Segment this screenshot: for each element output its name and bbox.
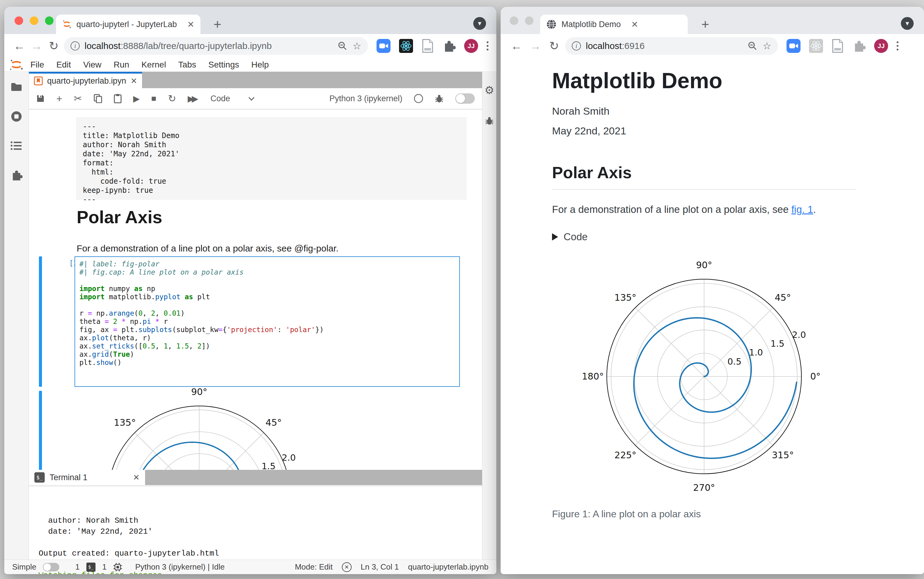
cursor-position-indicator[interactable]: Ln 3, Col 1 [361,562,399,572]
terminal-output[interactable]: author: Norah Smith date: 'May 22nd, 202… [29,485,482,559]
window-controls[interactable] [15,16,54,25]
browser-menu-icon[interactable] [487,41,489,51]
reload-button[interactable]: ↻ [546,39,562,52]
debugger-sidebar-bug-icon[interactable] [485,116,494,125]
extensions-puzzle-icon[interactable] [442,39,456,52]
statusbar-filename: quarto-jupyterlab.ipynb [408,562,489,572]
kernel-count-icon[interactable] [113,563,122,572]
tab-search-button[interactable]: ▾ [473,17,486,30]
close-tab-icon[interactable]: ✕ [187,20,195,29]
file-browser-icon[interactable] [11,82,22,92]
zoom-out-icon[interactable] [337,41,348,51]
close-terminal-tab-icon[interactable]: ✕ [133,473,140,482]
menu-run[interactable]: Run [108,60,135,70]
trust-indicator-icon[interactable]: ✕ [342,562,352,572]
output-collapser[interactable] [39,391,42,470]
figure-crossref-link[interactable]: fig. 1 [792,204,813,215]
forward-button[interactable]: → [527,39,543,52]
kernel-count: 1 [102,562,106,572]
menu-kernel[interactable]: Kernel [135,60,172,70]
menu-view[interactable]: View [77,60,107,70]
close-notebook-tab-icon[interactable]: ✕ [131,76,137,86]
cell-type-dropdown[interactable]: Code [211,94,253,103]
running-sessions-icon[interactable] [11,111,22,122]
code-fold-disclosure[interactable]: Code [552,231,924,243]
cut-cells-icon[interactable]: ✂ [74,93,82,104]
document-extension-icon[interactable] [832,39,844,53]
extensions-puzzle-icon[interactable] [852,39,865,52]
property-inspector-gear-icon[interactable]: ⚙ [484,84,494,97]
zoom-window-button[interactable] [45,16,54,25]
bookmark-star-icon[interactable]: ☆ [762,40,771,52]
table-of-contents-icon[interactable] [11,141,22,150]
react-devtools-icon[interactable] [809,39,823,53]
restart-kernel-icon[interactable]: ↻ [168,93,176,104]
react-devtools-icon[interactable] [399,39,413,53]
debugger-bug-icon[interactable] [435,94,444,103]
svg-text:45°: 45° [265,417,281,428]
copy-cells-icon[interactable] [94,94,102,103]
run-cell-icon[interactable]: ▶ [133,94,140,104]
notebook-mode-indicator[interactable]: Mode: Edit [295,562,332,572]
close-window-button[interactable] [15,16,23,25]
new-tab-button[interactable]: + [702,15,709,33]
simple-mode-toggle[interactable] [43,563,59,571]
minimize-window-button[interactable] [525,16,533,25]
menu-file[interactable]: File [25,60,50,70]
new-tab-button[interactable]: + [214,15,221,33]
address-bar[interactable]: i localhost:8888/lab/tree/quarto-jupyter… [64,37,368,55]
bookmark-star-icon[interactable]: ☆ [353,40,361,52]
zoom-app-icon[interactable] [376,39,391,53]
jupyter-logo [8,59,25,71]
document-extension-icon[interactable] [422,39,434,53]
profile-avatar[interactable]: JJ [464,39,478,53]
paste-cells-icon[interactable] [114,94,122,103]
jupyterlab-browser-window: quarto-jupyterl - JupyterLab ✕ + ▾ ← → ↻… [4,7,496,574]
browser-tab[interactable]: quarto-jupyterl - JupyterLab ✕ [56,15,200,34]
left-tabstrip: quarto-jupyterl - JupyterLab ✕ + ▾ [4,7,496,34]
stop-kernel-icon[interactable]: ■ [151,94,156,103]
kernel-status-text[interactable]: Python 3 (ipykernel) | Idle [135,562,224,572]
reload-button[interactable]: ↻ [47,39,61,52]
minimize-window-button[interactable] [30,16,38,25]
browser-tab[interactable]: Matplotlib Demo ✕ [540,15,688,34]
zoom-out-icon[interactable] [747,41,758,51]
cell-collapser[interactable] [39,256,42,387]
menu-edit[interactable]: Edit [50,60,77,70]
tab-search-button[interactable]: ▾ [901,17,914,30]
profile-avatar[interactable]: JJ [874,39,888,53]
notebook-content[interactable]: ---title: Matplotlib Demoauthor: Norah S… [29,110,482,470]
url-text[interactable]: localhost:8888/lab/tree/quarto-jupyterla… [85,41,271,51]
site-info-icon[interactable]: i [70,41,80,51]
rendered-document: Matplotlib Demo Norah Smith May 22nd, 20… [500,58,924,574]
menu-tabs[interactable]: Tabs [172,60,202,70]
raw-yaml-cell[interactable]: ---title: Matplotlib Demoauthor: Norah S… [76,117,467,200]
terminal-tabbar: $_ Terminal 1 ✕ [29,470,482,485]
browser-menu-icon[interactable] [897,41,898,51]
debugger-toggle[interactable] [455,93,475,104]
jupyter-favicon [62,19,72,29]
code-cell-editor[interactable]: #| label: fig-polar#| fig.cap: A line pl… [75,256,460,387]
terminal-tab[interactable]: $_ Terminal 1 ✕ [29,470,145,485]
menu-help[interactable]: Help [245,60,275,70]
markdown-paragraph: For a demonstration of a line plot on a … [77,243,339,254]
menu-settings[interactable]: Settings [202,60,245,70]
extension-manager-icon[interactable] [10,169,23,181]
save-icon[interactable] [36,94,45,103]
svg-text:90°: 90° [696,260,712,270]
notebook-tab[interactable]: quarto-jupyterlab.ipynb ✕ [29,72,142,88]
url-text[interactable]: localhost:6916 [586,41,644,51]
zoom-app-icon[interactable] [787,39,801,53]
address-bar[interactable]: i localhost:6916 ☆ [565,37,778,55]
kernel-name-button[interactable]: Python 3 (ipykernel) [329,94,402,103]
site-info-icon[interactable]: i [572,41,581,51]
polar-plot-notebook: 0°45°90°135°180°225°270°315°0.51.01.52.0 [83,382,315,470]
back-button[interactable]: ← [509,39,524,52]
forward-button[interactable]: → [29,39,44,52]
close-window-button[interactable] [510,16,518,25]
back-button[interactable]: ← [12,39,26,52]
terminal-count-icon[interactable]: $_ [87,563,95,572]
restart-run-all-icon[interactable]: ▶▶ [188,94,196,104]
add-cell-icon[interactable]: + [56,93,62,105]
close-tab-icon[interactable]: ✕ [631,20,638,29]
